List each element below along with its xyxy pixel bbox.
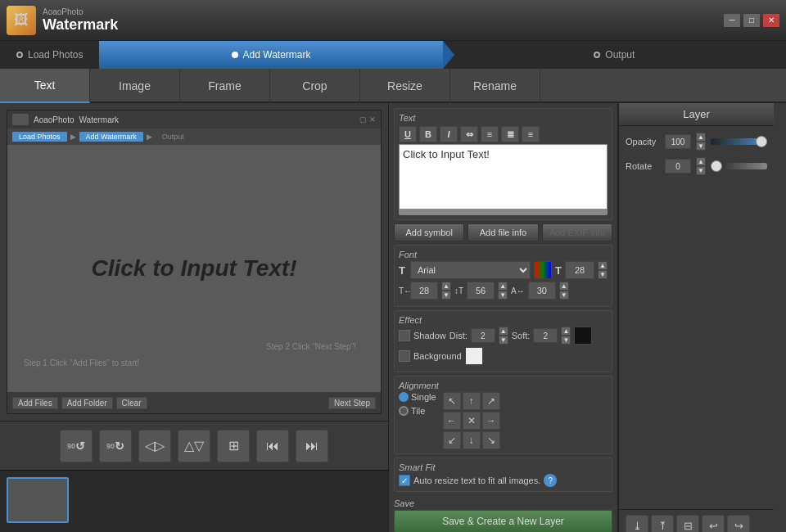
align-top-center[interactable]: ↑	[463, 392, 481, 410]
rotate-slider-thumb[interactable]	[711, 160, 722, 172]
step-output[interactable]: Output	[443, 41, 786, 69]
save-create-layer-button[interactable]: Save & Create a New Layer	[394, 510, 612, 532]
add-exif-info-button[interactable]: Add EXIF info	[542, 223, 612, 241]
font-color-picker[interactable]	[534, 261, 552, 279]
char-width-down[interactable]: ▼	[559, 291, 569, 300]
font-size-input[interactable]	[565, 261, 594, 279]
line-height-down[interactable]: ▼	[498, 291, 508, 300]
single-radio[interactable]: Single	[399, 392, 436, 402]
letter-space-label: T←	[399, 286, 407, 295]
layer-action-2[interactable]: ⤒	[651, 515, 674, 532]
char-width-input[interactable]	[528, 282, 556, 300]
soft-input[interactable]	[533, 328, 558, 343]
align-center[interactable]: ✕	[463, 412, 481, 430]
underline-button[interactable]: U	[399, 126, 417, 142]
tab-image[interactable]: Image	[90, 69, 180, 103]
align-bottom-left[interactable]: ↙	[443, 431, 461, 449]
layer-spacer	[619, 178, 774, 509]
background-checkbox[interactable]	[399, 350, 410, 362]
flip-horizontal-button[interactable]: ◁▷	[138, 430, 171, 462]
shadow-color-picker[interactable]	[574, 327, 592, 345]
italic-button[interactable]: I	[440, 126, 458, 142]
step-dot	[16, 52, 23, 58]
background-color-picker[interactable]	[465, 347, 483, 365]
flip-vertical-button[interactable]: △▽	[178, 430, 210, 462]
maximize-button[interactable]: □	[743, 14, 760, 27]
layer-action-5[interactable]: ↪	[727, 515, 750, 532]
help-icon[interactable]: ?	[544, 474, 557, 487]
align-middle-left[interactable]: ←	[443, 412, 461, 430]
align-bottom-right[interactable]: ↘	[482, 431, 500, 449]
preview-canvas[interactable]: Click to Input Text! Step 1 Click "Add F…	[7, 145, 381, 392]
align-top-left[interactable]: ↖	[443, 392, 461, 410]
dist-down[interactable]: ▼	[499, 336, 508, 345]
add-symbol-button[interactable]: Add symbol	[394, 223, 464, 241]
soft-label: Soft:	[512, 331, 531, 340]
step-load-photos[interactable]: Load Photos	[0, 41, 99, 69]
add-file-info-button[interactable]: Add file info	[468, 223, 538, 241]
align-left-button[interactable]: ≡	[481, 126, 499, 142]
font-family-select[interactable]: Arial	[410, 261, 531, 279]
opacity-down[interactable]: ▼	[696, 142, 706, 151]
font-size-up[interactable]: ▲	[598, 261, 608, 270]
tile-radio-circle	[399, 406, 409, 416]
rotate-input[interactable]	[665, 159, 691, 174]
text-input[interactable]: Click to Input Text!	[399, 144, 608, 210]
rotate-90-right-button[interactable]: 90↻	[99, 430, 132, 462]
close-button[interactable]: ✕	[763, 14, 779, 27]
app-name: Watermark	[43, 16, 118, 34]
layer-action-4[interactable]: ↩	[702, 515, 725, 532]
letter-spacing-button[interactable]: ⇔	[460, 126, 478, 142]
soft-up[interactable]: ▲	[561, 327, 571, 336]
opacity-up[interactable]: ▲	[696, 133, 706, 142]
align-center-button[interactable]: ≣	[501, 126, 519, 142]
char-width-up[interactable]: ▲	[559, 282, 569, 291]
clear-button[interactable]: Clear	[116, 397, 147, 409]
tab-rename[interactable]: Rename	[450, 69, 540, 103]
tile-radio[interactable]: Tile	[399, 406, 425, 416]
rotate-up[interactable]: ▲	[696, 157, 706, 166]
letter-spacing-up[interactable]: ▲	[441, 282, 451, 291]
shadow-checkbox[interactable]	[399, 330, 410, 341]
rotate-down[interactable]: ▼	[696, 166, 706, 175]
right-panel: Text U B I ⇔ ≡ ≣ ≡ Click to Input Text!	[389, 103, 786, 532]
layer-action-1[interactable]: ⤓	[626, 515, 648, 532]
font-row-2: T← ▲ ▼ ↕T ▲ ▼ A↔	[399, 282, 608, 300]
preview-hint2: Step 2 Click "Next Step"!	[266, 342, 356, 351]
add-folder-button[interactable]: Add Folder	[61, 397, 113, 409]
letter-spacing-down[interactable]: ▼	[441, 291, 451, 300]
rotate-90-left-button[interactable]: 90↺	[60, 430, 93, 462]
tab-crop[interactable]: Crop	[270, 69, 360, 103]
zoom-button[interactable]: ⊞	[217, 430, 250, 462]
tab-resize[interactable]: Resize	[360, 69, 450, 103]
opacity-input[interactable]	[665, 134, 691, 149]
font-size-down[interactable]: ▼	[598, 270, 608, 279]
first-frame-button[interactable]: ⏮	[256, 430, 289, 462]
align-bottom-center[interactable]: ↓	[463, 431, 481, 449]
soft-down[interactable]: ▼	[561, 336, 571, 345]
line-height-input[interactable]	[467, 282, 495, 300]
auto-resize-checkbox[interactable]: ✓	[399, 475, 410, 486]
line-height-up[interactable]: ▲	[498, 282, 508, 291]
opacity-slider[interactable]	[711, 138, 767, 145]
opacity-slider-thumb[interactable]	[756, 136, 767, 147]
preview-next-step-button[interactable]: Next Step	[328, 397, 376, 409]
align-top-right[interactable]: ↗	[482, 392, 500, 410]
minimize-button[interactable]: ─	[724, 14, 740, 27]
titlebar: 🖼 AoaoPhoto Watermark ─ □ ✕	[0, 0, 786, 41]
align-right-button[interactable]: ≡	[522, 126, 540, 142]
tab-text[interactable]: Text	[0, 69, 90, 103]
rotate-slider[interactable]	[711, 163, 767, 169]
align-middle-right[interactable]: →	[482, 412, 500, 430]
letter-spacing-input[interactable]	[410, 282, 438, 300]
last-frame-button[interactable]: ⏭	[296, 430, 328, 462]
add-files-button[interactable]: Add Files	[12, 397, 58, 409]
layer-action-3[interactable]: ⊟	[676, 515, 699, 532]
dist-up[interactable]: ▲	[499, 327, 508, 336]
dist-input[interactable]	[471, 328, 495, 343]
step-add-watermark[interactable]: Add Watermark	[99, 41, 442, 69]
text-content[interactable]: Click to Input Text!	[403, 148, 603, 205]
thumbnail-item[interactable]	[7, 477, 69, 523]
bold-button[interactable]: B	[419, 126, 437, 142]
tab-frame[interactable]: Frame	[180, 69, 270, 103]
